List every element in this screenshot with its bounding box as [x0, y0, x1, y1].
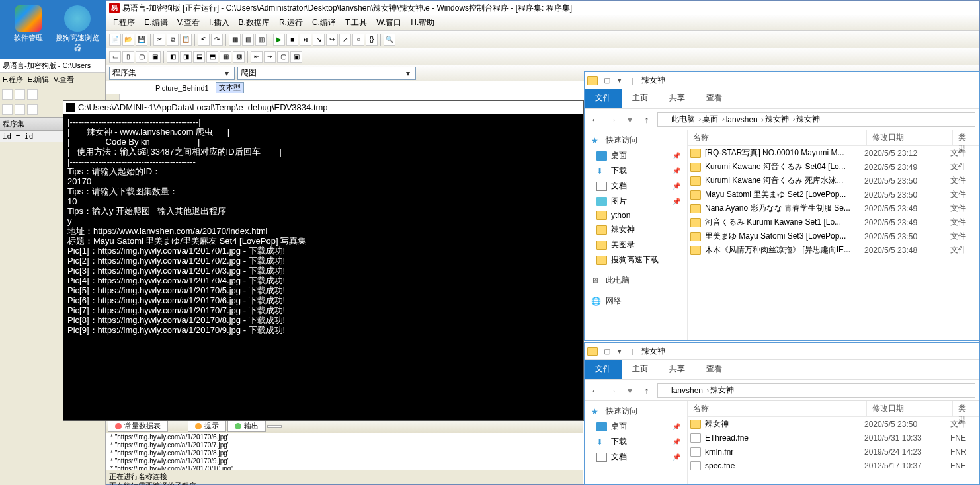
path-segment[interactable]: 辣女神	[796, 114, 821, 125]
desktop-icon-sogou[interactable]: 搜狗高速浏览器	[54, 5, 101, 53]
up-button[interactable]: ↑	[640, 384, 653, 397]
toolbar-button[interactable]	[27, 104, 38, 115]
qat-button[interactable]: ▾	[614, 346, 625, 357]
menu-item[interactable]: F.程序	[3, 75, 23, 83]
file-row[interactable]: 辣女神2020/5/5 23:50文件	[688, 417, 979, 431]
address-bar[interactable]: lanvshen 辣女神	[657, 383, 975, 398]
explorer-titlebar[interactable]: ▢ ▾ | 辣女神	[585, 72, 979, 89]
new-file-icon[interactable]: 📄	[109, 34, 121, 46]
ribbon-tab-share[interactable]: 共享	[659, 89, 696, 108]
toolbar-button[interactable]	[15, 89, 25, 100]
copy-icon[interactable]: ⧉	[167, 34, 179, 46]
layout-icon[interactable]: ▤	[242, 34, 254, 46]
step-out-icon[interactable]: ↗	[339, 34, 351, 46]
sidebar-this-pc[interactable]: 🖥此电脑	[585, 273, 687, 288]
sidebar-folder[interactable]: 搜狗高速下载	[585, 252, 687, 268]
col-date[interactable]: 修改日期	[867, 401, 953, 416]
file-row[interactable]: spec.fne2012/5/17 10:37FNE	[688, 459, 979, 472]
address-bar[interactable]: 此电脑 桌面 lanvshen 辣女神 辣女神	[657, 112, 975, 127]
menu-insert[interactable]: I.插入	[205, 16, 233, 30]
menu-database[interactable]: B.数据库	[235, 16, 274, 30]
ribbon-tab-file[interactable]: 文件	[585, 360, 622, 379]
forward-button[interactable]: →	[606, 384, 619, 397]
align-icon[interactable]: ▢	[136, 51, 147, 63]
sidebar-folder[interactable]: ython	[585, 209, 687, 222]
debug-icon[interactable]: ⏯	[300, 34, 311, 46]
toolbar-button[interactable]	[15, 104, 25, 115]
qat-button[interactable]: ▢	[602, 75, 612, 86]
ribbon-tab-home[interactable]: 主页	[622, 360, 659, 379]
path-segment[interactable]: lanvshen	[726, 115, 764, 124]
align-icon[interactable]: ▦	[220, 51, 231, 63]
file-row[interactable]: 里美まゆ Mayu Satomi Set3 [LovePop...2020/5/…	[688, 229, 979, 243]
menu-compile[interactable]: C.编译	[308, 16, 340, 30]
sidebar-downloads[interactable]: ⬇下载📌	[585, 163, 687, 178]
sidebar-quick-access[interactable]: ★快速访问	[585, 133, 687, 148]
search-icon[interactable]: 🔍	[384, 34, 395, 46]
sidebar-desktop[interactable]: 桌面📌	[585, 419, 687, 434]
ribbon-tab-view[interactable]: 查看	[696, 360, 733, 379]
col-type[interactable]: 类型	[953, 401, 979, 416]
recent-button[interactable]: ▾	[623, 113, 636, 126]
sidebar-documents[interactable]: 文档📌	[585, 449, 687, 465]
file-row[interactable]: Kurumi Kawane 河音くるみ 死库水泳...2020/5/5 23:5…	[688, 174, 979, 188]
file-row[interactable]: Mayu Satomi 里美まゆ Set2 [LovePop...2020/5/…	[688, 188, 979, 202]
sidebar-downloads[interactable]: ⬇下载📌	[585, 434, 687, 449]
toolbar-button[interactable]	[2, 89, 13, 100]
sidebar-folder[interactable]: 辣女神	[585, 222, 687, 237]
tab-extra[interactable]	[267, 425, 282, 428]
path-segment[interactable]: 桌面	[702, 114, 724, 125]
function-combo[interactable]: 爬图▾	[237, 67, 416, 80]
cut-icon[interactable]: ✂	[153, 34, 165, 46]
align-icon[interactable]: ◧	[167, 51, 179, 63]
toolbar-button[interactable]	[2, 104, 13, 115]
sidebar-desktop[interactable]: 桌面📌	[585, 148, 687, 163]
path-segment[interactable]: 辣女神	[765, 114, 795, 125]
step-over-icon[interactable]: ↪	[326, 34, 338, 46]
run-icon[interactable]: ▶	[273, 34, 285, 46]
path-segment[interactable]: 辣女神	[710, 385, 735, 396]
desktop-icon-software[interactable]: 软件管理	[5, 5, 52, 43]
ribbon-tab-share[interactable]: 共享	[659, 360, 696, 379]
align-icon[interactable]: ⬓	[193, 51, 205, 63]
file-row[interactable]: 河音くるみ Kurumi Kawane Set1 [Lo...2020/5/5 …	[688, 215, 979, 229]
console-title-bar[interactable]: C:\Users\ADMINI~1\AppData\Local\Temp\e_d…	[63, 101, 583, 114]
menu-view[interactable]: V.查看	[173, 16, 204, 30]
qat-button[interactable]: ▢	[602, 346, 612, 357]
undo-icon[interactable]: ↶	[198, 34, 210, 46]
layout-icon[interactable]: ▦	[229, 34, 241, 46]
tab-hint[interactable]: 提示	[188, 420, 226, 432]
align-icon[interactable]: ⇥	[264, 51, 276, 63]
open-file-icon[interactable]: 📂	[122, 34, 134, 46]
file-row[interactable]: krnln.fnr2019/5/24 14:23FNR	[688, 445, 979, 459]
redo-icon[interactable]: ↷	[211, 34, 223, 46]
path-segment[interactable]: lanvshen	[671, 386, 709, 395]
back-button[interactable]: ←	[589, 384, 602, 397]
sidebar-documents[interactable]: 文档📌	[585, 178, 687, 194]
menu-window[interactable]: W.窗口	[372, 16, 405, 30]
ribbon-tab-home[interactable]: 主页	[622, 89, 659, 108]
align-icon[interactable]: ▢	[277, 51, 289, 63]
menu-tools[interactable]: T.工具	[341, 16, 371, 30]
menu-item[interactable]: E.编辑	[28, 75, 49, 83]
file-row[interactable]: 木木《风情万种肉丝凉拖》 [异思趣向IE...2020/5/5 23:48文件	[688, 243, 979, 257]
recent-button[interactable]: ▾	[623, 384, 636, 397]
align-icon[interactable]: ◨	[180, 51, 192, 63]
file-row[interactable]: EThread.fne2010/5/31 10:33FNE	[688, 431, 979, 445]
tab-const-table[interactable]: 常量数据表	[108, 420, 168, 432]
up-button[interactable]: ↑	[640, 113, 653, 126]
col-name[interactable]: 名称	[688, 401, 867, 416]
back-button[interactable]: ←	[589, 113, 602, 126]
align-icon[interactable]: ▣	[149, 51, 161, 63]
menu-help[interactable]: H.帮助	[407, 16, 438, 30]
align-icon[interactable]: ▯	[122, 51, 134, 63]
stop-icon[interactable]: ■	[286, 34, 298, 46]
menu-item[interactable]: V.查看	[54, 75, 74, 83]
file-row[interactable]: Kurumi Kawane 河音くるみ Set04 [Lo...2020/5/5…	[688, 160, 979, 174]
sidebar-pictures[interactable]: 图片📌	[585, 194, 687, 209]
program-set-combo[interactable]: 程序集▾	[109, 67, 235, 80]
tab-output[interactable]: 输出	[227, 420, 266, 432]
path-segment[interactable]: 此电脑	[671, 114, 701, 125]
sidebar-folder[interactable]: 美图录	[585, 237, 687, 252]
file-row[interactable]: Nana Ayano 彩乃なな 青春学生制服 Se...2020/5/5 23:…	[688, 202, 979, 215]
